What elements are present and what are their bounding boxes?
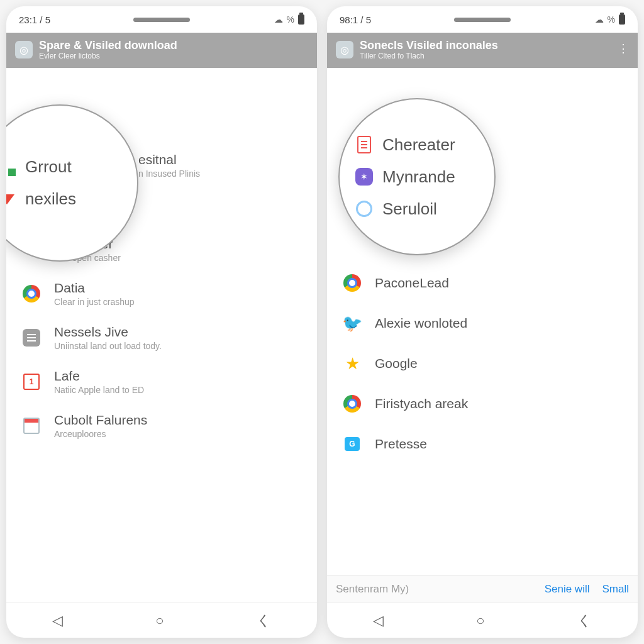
status-bar: 98:1 / 5 ☁ %	[327, 6, 638, 33]
mag-label-1: Mynrande	[382, 167, 455, 187]
magnifier-lens[interactable]: Chereater ✶ Mynrande Seruloil	[338, 98, 496, 255]
chrome-icon	[341, 392, 364, 415]
mag-row-2[interactable]: Seruloil	[352, 193, 482, 225]
row-sub: Arceuploores	[54, 429, 303, 439]
mag-label-0: Chereater	[382, 135, 455, 155]
kb-suggestion-2[interactable]: Small	[602, 583, 629, 596]
item-cubolt[interactable]: Cubolt Falurens Arceuploores	[6, 404, 317, 448]
calendar2-icon	[20, 414, 43, 437]
row-sub: Natiic Apple land to ED	[54, 385, 303, 395]
item-firistyach[interactable]: Firistyach areak	[327, 384, 638, 424]
row-label: Cubolt Falurens	[54, 413, 303, 428]
ring-icon	[355, 199, 374, 218]
kb-hint: Sentenram My)	[336, 583, 532, 596]
bag-icon	[341, 433, 364, 455]
mag-row-0[interactable]: Chereater	[352, 129, 482, 161]
nav-recent-button[interactable]: く	[257, 611, 271, 630]
star-icon: ★	[341, 352, 364, 375]
nav-back-button[interactable]: ◁	[52, 613, 63, 629]
clock-text: 98:1 / 5	[340, 14, 371, 25]
item-datia[interactable]: Datia Clear in just crashup	[6, 272, 317, 316]
speaker-slot	[454, 18, 511, 22]
app-subtitle: Tiller Clted fo Tlach	[360, 52, 498, 61]
app-title: Sonecls Visiled inconales	[360, 39, 498, 52]
row-label: Google	[375, 356, 624, 371]
app-bar: ◎ Sonecls Visiled inconales Tiller Clted…	[327, 33, 638, 68]
mag-row-1[interactable]: nexiles	[6, 183, 125, 215]
nav-back-button[interactable]: ◁	[373, 613, 384, 629]
content-area: Chereater ✶ Mynrande Seruloil PaconeLead…	[327, 68, 638, 575]
mag-row-0[interactable]: Grrout	[6, 151, 125, 183]
cloud-icon: ☁	[274, 14, 283, 25]
list-icon	[20, 326, 43, 349]
cloud-icon: ☁	[595, 14, 604, 25]
row-sub: n Insused Plinis	[138, 169, 303, 179]
item-pretesse[interactable]: Pretesse	[327, 424, 638, 464]
item-paconelead[interactable]: PaconeLead	[327, 263, 638, 303]
doc-icon	[355, 135, 374, 154]
purple-icon: ✶	[355, 167, 374, 186]
battery-icon	[619, 14, 625, 25]
row-sub: Clear in just crashup	[54, 297, 303, 307]
battery-icon	[298, 14, 304, 25]
item-alexie[interactable]: 🐦 Alexie wonloted	[327, 303, 638, 343]
chrome-icon	[341, 272, 364, 294]
nav-recent-button[interactable]: く	[577, 611, 592, 630]
clock-text: 23:1 / 5	[19, 14, 50, 25]
keyboard-suggestion-strip[interactable]: Sentenram My) Senie will Small	[327, 575, 638, 602]
mag-label-0: Grrout	[25, 157, 72, 177]
row-label: Pretesse	[375, 436, 624, 452]
app-icon: ◎	[15, 41, 33, 58]
item-lafe[interactable]: Lafe Natiic Apple land to ED	[6, 360, 317, 404]
nav-bar: ◁ ○ く	[327, 602, 638, 638]
app-title: Spare & Visiled download	[39, 39, 177, 52]
twitter-icon: 🐦	[341, 312, 364, 335]
chrome-icon	[20, 282, 43, 305]
row-label: Lafe	[54, 369, 303, 384]
status-icons: ☁ %	[595, 14, 625, 25]
row-label: Datia	[54, 280, 303, 296]
nav-bar: ◁ ○ く	[6, 602, 317, 638]
row-label: PaconeLead	[375, 275, 624, 291]
nav-home-button[interactable]: ○	[476, 613, 484, 629]
content-area: Grrout nexiles esitnal n Insused Plinis …	[6, 68, 317, 602]
row-label: esitnal	[138, 152, 303, 167]
row-label: Nessels Jive	[54, 325, 303, 340]
gmail-icon	[6, 190, 16, 209]
kb-suggestion-1[interactable]: Senie will	[545, 583, 590, 596]
percent-icon: %	[287, 14, 294, 25]
mag-label-2: Seruloil	[382, 199, 437, 219]
item-nessels[interactable]: Nessels Jive Uniinstal land out load tod…	[6, 316, 317, 360]
status-bar: 23:1 / 5 ☁ %	[6, 6, 317, 33]
more-button[interactable]: ⋮	[618, 42, 629, 55]
item-google[interactable]: ★ Google	[327, 343, 638, 384]
tiles-icon	[6, 158, 16, 177]
row-label: Alexie wonloted	[375, 316, 624, 331]
app-icon: ◎	[336, 41, 353, 58]
percent-icon: %	[608, 14, 615, 25]
mag-row-1[interactable]: ✶ Mynrande	[352, 161, 482, 193]
nav-home-button[interactable]: ○	[155, 613, 164, 629]
app-bar: ◎ Spare & Visiled download Evler Cleer l…	[6, 33, 317, 68]
row-sub: Uniinstal land out load tody.	[54, 341, 303, 351]
status-icons: ☁ %	[274, 14, 304, 25]
phone-right: 98:1 / 5 ☁ % ◎ Sonecls Visiled inconales…	[327, 6, 638, 638]
speaker-slot	[133, 18, 190, 22]
calendar-icon	[20, 370, 43, 393]
app-subtitle: Evler Cleer lictobs	[39, 52, 177, 61]
phone-left: 23:1 / 5 ☁ % ◎ Spare & Visiled download …	[6, 6, 317, 638]
mag-label-1: nexiles	[25, 189, 76, 209]
row-label: Firistyach areak	[375, 396, 624, 411]
